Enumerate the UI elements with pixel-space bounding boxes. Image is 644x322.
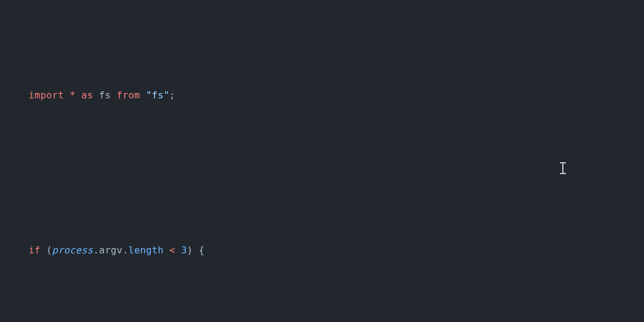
code-line[interactable]: process.exit(1); [29,318,644,323]
property-argv: argv [99,244,122,256]
identifier-fs: fs [99,89,111,101]
star-token: * [70,89,76,101]
keyword-as: as [82,89,94,101]
code-line-blank[interactable] [29,163,644,183]
identifier-process: process [52,244,93,256]
keyword-import: import [29,89,64,101]
keyword-if: if [29,244,41,256]
number-3: 3 [181,244,187,256]
code-line[interactable]: import * as fs from "fs"; [29,86,644,106]
operator-lt: < [169,244,175,256]
string-fs: "fs" [146,89,169,101]
keyword-from: from [117,89,140,101]
code-editor[interactable]: import * as fs from "fs"; if (process.ar… [0,0,644,322]
property-length: length [128,244,163,256]
code-line[interactable]: if (process.argv.length < 3) { [29,241,644,261]
